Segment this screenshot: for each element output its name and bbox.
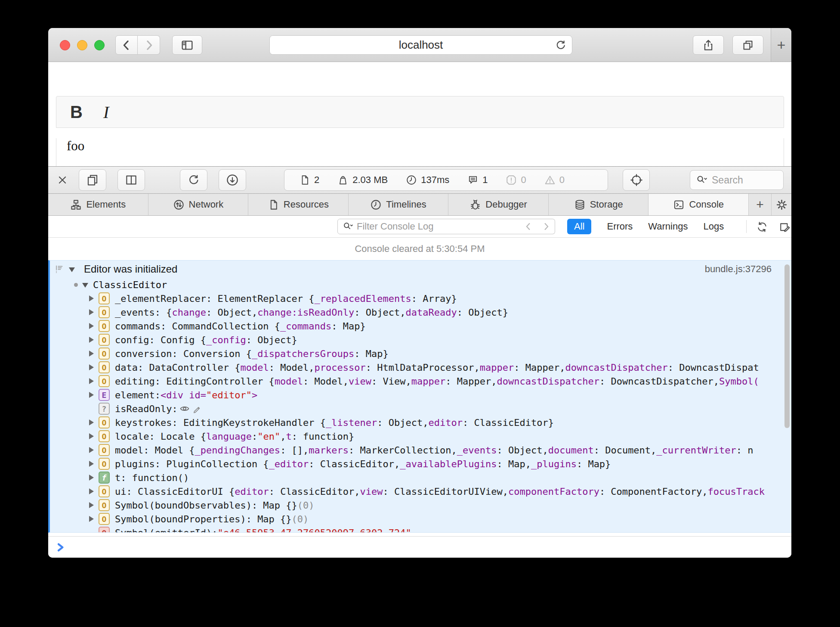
console-scratchpad-button[interactable] <box>775 219 791 235</box>
stat-resources[interactable]: 2 <box>299 174 319 186</box>
expand-triangle[interactable] <box>88 433 94 440</box>
filter-console-input[interactable] <box>356 220 508 233</box>
sidebar-toggle-button[interactable] <box>172 35 202 55</box>
token: : ClassicEditorUIView, <box>383 486 508 497</box>
console-log-entry[interactable]: Editor was initialized bundle.js:37296 C… <box>48 260 791 533</box>
new-tab-button[interactable]: + <box>771 28 791 62</box>
console-tree-row[interactable]: OSymbol(emitterId): "e46-55953-47-276052… <box>50 526 791 533</box>
address-bar[interactable]: localhost <box>269 35 572 55</box>
accessor-icons[interactable] <box>179 404 202 414</box>
console-tree-row[interactable]: Olocale: Locale {language: "en", t: func… <box>50 429 791 443</box>
add-tab-button[interactable]: + <box>749 194 772 215</box>
italic-button[interactable]: I <box>103 102 109 122</box>
tab-elements[interactable]: Elements <box>48 194 148 215</box>
reload-page-button[interactable] <box>180 169 207 191</box>
console-prompt[interactable] <box>48 536 791 558</box>
expand-triangle[interactable] <box>88 351 94 357</box>
stat-load-time[interactable]: 137ms <box>406 174 449 186</box>
bold-button[interactable]: B <box>70 102 83 122</box>
console-tree-row[interactable]: Ocommands: CommandCollection {_commands:… <box>50 319 791 333</box>
console-tree-row[interactable]: ft: function() <box>50 471 791 484</box>
console-tree-row[interactable]: Omodel: Model {_pendingChanges: [], mark… <box>50 443 791 457</box>
token: processor <box>315 362 366 373</box>
tab-console[interactable]: Console <box>649 194 749 215</box>
tab-network[interactable]: Network <box>148 194 249 215</box>
object-property-list: O_elementReplacer: ElementReplacer {_rep… <box>50 292 791 533</box>
console-filter-field[interactable] <box>337 219 520 234</box>
scope-all[interactable]: All <box>567 219 591 234</box>
console-tree-row[interactable]: O_elementReplacer: ElementReplacer {_rep… <box>50 292 791 305</box>
console-tree-row[interactable]: OSymbol(boundProperties): Map {} (0) <box>50 512 791 526</box>
element-picker-button[interactable] <box>623 169 650 191</box>
expand-triangle[interactable] <box>88 502 94 509</box>
token: : [], <box>280 445 309 456</box>
scope-warnings[interactable]: Warnings <box>648 221 688 232</box>
minimize-window-button[interactable] <box>77 40 87 50</box>
stat-errors[interactable]: 0 <box>506 174 526 186</box>
console-tree-row[interactable]: Oconversion: Conversion {_dispatchersGro… <box>50 347 791 360</box>
search-input[interactable] <box>711 174 773 186</box>
stat-warnings[interactable]: 0 <box>544 174 565 186</box>
find-next-button[interactable] <box>537 219 555 234</box>
back-button[interactable] <box>115 35 138 55</box>
expand-triangle[interactable] <box>88 295 94 302</box>
console-tree-row[interactable]: ?isReadOnly: <box>50 402 791 416</box>
console-tree-row[interactable]: Eelement: <div id="editor"> <box>50 388 791 402</box>
console-tree-row[interactable]: Odata: DataController {model: Model, pro… <box>50 360 791 374</box>
expand-triangle[interactable] <box>88 309 94 316</box>
console-tree-row[interactable]: Oediting: EditingController {model: Mode… <box>50 374 791 388</box>
tab-storage[interactable]: Storage <box>549 194 649 215</box>
stat-transfer-size[interactable]: 2.03 MB <box>337 174 388 186</box>
token: _events: { <box>115 307 172 318</box>
expand-triangle[interactable] <box>88 378 94 385</box>
scope-errors[interactable]: Errors <box>607 221 633 232</box>
tab-debugger[interactable]: Debugger <box>448 194 549 215</box>
console-tree-row[interactable]: Oconfig: Config {_config: Object} <box>50 333 791 347</box>
log-source-link[interactable]: bundle.js:37296 <box>705 264 791 275</box>
reload-button[interactable] <box>555 39 567 53</box>
console-tree-row[interactable]: Okeystrokes: EditingKeystrokeHandler {_l… <box>50 416 791 429</box>
tab-resources[interactable]: Resources <box>248 194 349 215</box>
tab-overview-button[interactable] <box>732 35 763 55</box>
console-tree-row[interactable]: Oplugins: PluginCollection {_editor: Cla… <box>50 457 791 471</box>
clear-console-button[interactable] <box>753 219 772 235</box>
find-previous-button[interactable] <box>519 219 537 234</box>
dock-side-button[interactable] <box>117 169 145 191</box>
collapse-triangle[interactable] <box>69 266 75 273</box>
token: : DowncastDispatcher, <box>599 376 719 387</box>
expand-triangle[interactable] <box>88 488 94 495</box>
close-inspector-button[interactable] <box>55 173 70 187</box>
stat-console-messages[interactable]: 1 <box>467 174 488 186</box>
token: > <box>252 390 257 400</box>
forward-button[interactable] <box>138 35 160 55</box>
console-tree-row[interactable]: OSymbol(boundObservables): Map {} (0) <box>50 498 791 512</box>
type-badge: O <box>99 430 110 442</box>
expand-triangle[interactable] <box>88 461 94 467</box>
inspector-search-field[interactable] <box>690 170 784 190</box>
expand-triangle[interactable] <box>88 516 94 522</box>
expand-triangle[interactable] <box>88 447 94 453</box>
close-window-button[interactable] <box>60 40 70 50</box>
expand-triangle[interactable] <box>88 323 94 329</box>
inspector-settings-button[interactable] <box>772 194 791 215</box>
token: _currentWriter <box>656 445 736 456</box>
tab-timelines[interactable]: Timelines <box>349 194 449 215</box>
scrollbar-thumb[interactable] <box>784 264 790 428</box>
expand-triangle[interactable] <box>88 475 94 481</box>
download-page-button[interactable] <box>219 169 246 191</box>
expand-triangle[interactable] <box>88 364 94 371</box>
scope-logs[interactable]: Logs <box>703 221 724 232</box>
zoom-window-button[interactable] <box>94 40 105 50</box>
collapse-triangle[interactable] <box>82 282 89 288</box>
token: : Map} <box>331 321 365 332</box>
type-badge: O <box>99 513 110 525</box>
expand-triangle[interactable] <box>88 419 94 426</box>
share-button[interactable] <box>693 35 724 55</box>
log-entry-header[interactable]: Editor was initialized bundle.js:37296 <box>50 261 791 278</box>
expand-triangle[interactable] <box>88 392 94 398</box>
expand-triangle[interactable] <box>88 337 94 343</box>
console-tree-row[interactable]: Oui: ClassicEditorUI {editor: ClassicEdi… <box>50 484 791 498</box>
console-tree-row[interactable]: O_events: {change: Object, change:isRead… <box>50 305 791 319</box>
detach-inspector-button[interactable] <box>79 169 106 191</box>
console-object-root[interactable]: ClassicEditor <box>50 278 791 292</box>
